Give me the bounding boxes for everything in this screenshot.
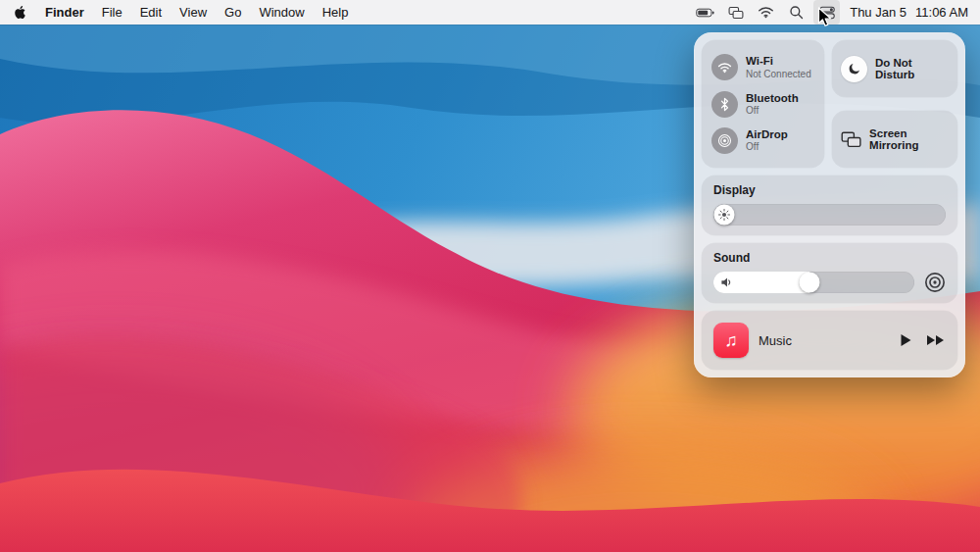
bluetooth-toggle[interactable]: Bluetooth Off bbox=[711, 91, 814, 118]
display-status-item[interactable] bbox=[722, 0, 749, 25]
menu-bar: Finder File Edit View Go Window Help bbox=[0, 0, 980, 25]
sound-row bbox=[713, 272, 946, 293]
connectivity-card: Wi-Fi Not Connected Bluetooth Off bbox=[702, 40, 824, 168]
menu-bar-left: Finder File Edit View Go Window Help bbox=[12, 0, 357, 25]
wifi-icon bbox=[758, 6, 774, 19]
volume-knob[interactable] bbox=[800, 273, 820, 293]
display-title: Display bbox=[713, 183, 946, 197]
dnd-label: Do Not Disturb bbox=[875, 57, 949, 80]
wifi-toggle[interactable]: Wi-Fi Not Connected bbox=[711, 54, 814, 80]
speaker-track-icon-wrap bbox=[720, 276, 734, 288]
airdrop-toggle-circle[interactable] bbox=[711, 127, 738, 154]
cc-top-row: Wi-Fi Not Connected Bluetooth Off bbox=[702, 40, 957, 168]
music-module: ♫ Music bbox=[702, 311, 957, 370]
screen-mirroring-icon bbox=[728, 6, 744, 20]
control-center-status-item[interactable] bbox=[813, 0, 840, 25]
control-center-icon bbox=[819, 6, 835, 20]
screen-mirroring-icon bbox=[841, 130, 861, 149]
airdrop-label: AirDrop bbox=[746, 128, 788, 141]
music-controls bbox=[900, 333, 946, 347]
sound-module: Sound bbox=[702, 243, 957, 303]
bluetooth-toggle-circle[interactable] bbox=[711, 91, 738, 118]
do-not-disturb-toggle[interactable]: Do Not Disturb bbox=[832, 40, 957, 97]
menu-view[interactable]: View bbox=[171, 0, 216, 25]
airdrop-toggle[interactable]: AirDrop Off bbox=[711, 127, 814, 154]
wifi-status-item[interactable] bbox=[753, 0, 779, 25]
fast-forward-button[interactable] bbox=[926, 334, 946, 346]
screen-mirroring-toggle[interactable]: Screen Mirroring bbox=[832, 111, 957, 168]
apple-logo-icon bbox=[14, 5, 26, 20]
wifi-label: Wi-Fi bbox=[746, 55, 811, 68]
music-label: Music bbox=[759, 333, 792, 348]
control-center-panel: Wi-Fi Not Connected Bluetooth Off bbox=[694, 32, 965, 377]
dnd-circle[interactable] bbox=[841, 56, 867, 82]
sound-title: Sound bbox=[713, 251, 946, 265]
brightness-slider[interactable] bbox=[713, 204, 946, 226]
moon-icon bbox=[848, 62, 861, 75]
display-module: Display bbox=[702, 176, 957, 235]
menu-edit[interactable]: Edit bbox=[131, 0, 171, 25]
clock-date: Thu Jan 5 bbox=[850, 5, 906, 20]
cc-top-right-column: Do Not Disturb Screen Mirroring bbox=[832, 40, 957, 168]
menu-bar-clock[interactable]: Thu Jan 5 11:06 AM bbox=[844, 5, 968, 20]
active-app-menu[interactable]: Finder bbox=[36, 0, 93, 25]
menu-bar-status-area: Thu Jan 5 11:06 AM bbox=[692, 0, 968, 25]
menu-help[interactable]: Help bbox=[314, 0, 358, 25]
wifi-toggle-circle[interactable] bbox=[711, 54, 738, 80]
wifi-icon bbox=[717, 62, 732, 74]
bluetooth-status: Off bbox=[746, 105, 799, 117]
brightness-knob[interactable] bbox=[714, 205, 735, 226]
menu-go[interactable]: Go bbox=[216, 0, 250, 25]
airplay-audio-button[interactable] bbox=[924, 272, 946, 293]
speaker-volume-icon bbox=[720, 276, 734, 288]
spotlight-search-icon bbox=[789, 5, 804, 20]
wifi-status: Not Connected bbox=[746, 69, 811, 80]
airdrop-icon bbox=[717, 133, 732, 148]
battery-icon bbox=[696, 7, 714, 19]
bluetooth-icon bbox=[719, 97, 730, 112]
menu-window[interactable]: Window bbox=[250, 0, 313, 25]
play-button[interactable] bbox=[900, 333, 912, 347]
sun-brightness-icon bbox=[718, 209, 731, 222]
airdrop-texts: AirDrop Off bbox=[746, 128, 788, 153]
spotlight-status-item[interactable] bbox=[783, 0, 809, 25]
bluetooth-label: Bluetooth bbox=[746, 92, 799, 105]
menu-file[interactable]: File bbox=[93, 0, 131, 25]
clock-time: 11:06 AM bbox=[915, 5, 968, 20]
volume-slider[interactable] bbox=[713, 272, 914, 293]
wifi-texts: Wi-Fi Not Connected bbox=[746, 55, 811, 79]
music-app-icon[interactable]: ♫ bbox=[713, 323, 749, 358]
screen-mirroring-label: Screen Mirroring bbox=[869, 127, 949, 151]
battery-status-item[interactable] bbox=[692, 0, 718, 25]
bluetooth-texts: Bluetooth Off bbox=[746, 92, 799, 117]
airdrop-status: Off bbox=[746, 141, 788, 153]
apple-menu[interactable] bbox=[12, 0, 36, 25]
